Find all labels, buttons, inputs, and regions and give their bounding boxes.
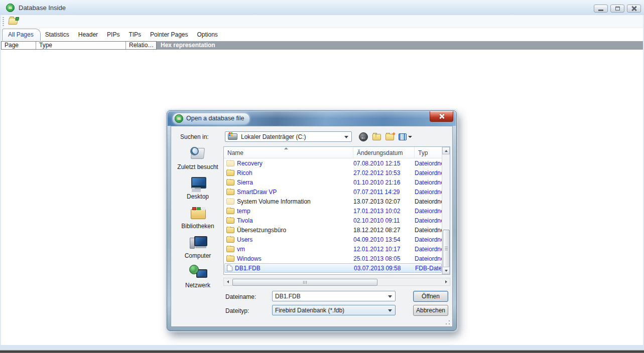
place-label: Zuletzt besucht [177, 163, 218, 170]
file-type: Dateiordner [415, 198, 442, 205]
scroll-up-button[interactable] [442, 147, 450, 154]
file-row-smartdraw-vp[interactable]: SmartDraw VP07.07.2011 14:29Dateiordner [224, 187, 442, 197]
dialog-close-icon [439, 114, 444, 119]
grid-column-relatio[interactable]: Relatio… [126, 42, 156, 49]
dialog-close-button[interactable] [430, 111, 453, 122]
file-date: 13.07.2013 02:07 [353, 198, 415, 205]
scroll-right-button[interactable] [442, 278, 450, 285]
file-date: 07.07.2011 14:29 [353, 189, 415, 196]
hex-representation-header: Hex representation [157, 41, 643, 50]
file-name-cell: Ricoh [224, 169, 353, 176]
file-row-tivola[interactable]: Tivola02.10.2010 09:11Dateiordner [224, 216, 442, 225]
place-bibliotheken[interactable]: Bibliotheken [173, 204, 222, 233]
local-disk-icon [228, 133, 237, 140]
close-button[interactable] [627, 5, 641, 13]
horizontal-scroll-thumb[interactable] [232, 279, 377, 286]
grid-column-page[interactable]: Page [2, 42, 36, 49]
file-row-ricoh[interactable]: Ricoh27.02.2012 10:53Dateiordner [224, 168, 442, 178]
vertical-scrollbar[interactable] [442, 147, 450, 274]
file-row-sierra[interactable]: Sierra01.10.2010 21:16Dateiordner [224, 178, 442, 187]
vertical-scroll-thumb[interactable] [443, 230, 450, 268]
minimize-button[interactable] [594, 5, 608, 13]
file-row-recovery[interactable]: Recovery07.08.2010 12:15Dateiordner [224, 158, 442, 168]
file-date: 02.10.2010 09:11 [353, 217, 415, 224]
up-one-level-button[interactable]: ↑ [371, 132, 382, 142]
chevron-down-icon [408, 136, 412, 138]
tab-options[interactable]: Options [192, 29, 222, 41]
open-database-button[interactable] [8, 17, 19, 27]
grid-column-type[interactable]: Type [36, 42, 126, 49]
resize-grip[interactable] [445, 320, 450, 325]
file-row-users[interactable]: Users04.09.2010 13:54Dateiordner [224, 235, 442, 244]
cancel-button[interactable]: Abbrechen [413, 305, 448, 316]
file-row-vm[interactable]: vm12.01.2012 10:17Dateiordner [224, 244, 442, 254]
toolbar-grip[interactable] [3, 17, 4, 26]
column-header-name[interactable]: Name [224, 147, 353, 158]
computer-icon [189, 235, 206, 250]
place-zuletzt-besucht[interactable]: Zuletzt besucht [173, 144, 222, 174]
open-file-dialog: IB Open a database file Suchen in: Lokal… [167, 110, 457, 331]
filetype-combobox[interactable]: Firebird Datenbank (*.fdb) [272, 305, 396, 315]
place-desktop[interactable]: Desktop [173, 174, 222, 204]
chevron-down-icon [388, 309, 392, 312]
file-type: Dateiordner [415, 179, 442, 186]
maximize-button[interactable] [610, 5, 624, 13]
maximize-icon [615, 7, 620, 11]
tab-pips[interactable]: PIPs [102, 29, 124, 41]
file-name-cell: SmartDraw VP [224, 189, 353, 196]
look-in-combobox[interactable]: Lokaler Datenträger (C:) [225, 131, 352, 142]
tab-all-pages[interactable]: All Pages [2, 29, 41, 41]
folder-icon [226, 189, 234, 195]
file-row-db1-fdb[interactable]: DB1.FDB03.07.2013 09:58FDB-Datei [224, 263, 442, 273]
file-type: Dateiordner [415, 227, 442, 234]
file-row-system-volume-information[interactable]: System Volume Information13.07.2013 02:0… [224, 197, 442, 206]
folder-icon [226, 160, 234, 166]
view-menu-button[interactable] [397, 132, 413, 142]
horizontal-scrollbar[interactable] [223, 278, 450, 286]
new-folder-button[interactable]: * [384, 132, 395, 142]
file-name-cell: Übersetzungsbüro [224, 227, 353, 234]
file-name: temp [237, 208, 250, 215]
dialog-icon: IB [175, 114, 183, 123]
app-icon: IB [6, 4, 15, 12]
file-date: 03.07.2013 09:58 [354, 265, 415, 272]
file-name-cell: Recovery [224, 160, 353, 167]
scroll-down-button[interactable] [442, 267, 450, 274]
column-header-änderungsdatum[interactable]: Änderungsdatum [353, 147, 415, 158]
places-bar: Zuletzt besuchtDesktopBibliothekenComput… [173, 144, 222, 292]
filename-label: Dateiname: [225, 293, 256, 300]
column-header-typ[interactable]: Typ [415, 147, 442, 158]
place-netzwerk[interactable]: Netzwerk [173, 263, 222, 292]
folder-icon [226, 170, 234, 176]
file-type: Dateiordner [415, 236, 442, 243]
file-type: Dateiordner [415, 189, 442, 196]
filetype-value: Firebird Datenbank (*.fdb) [275, 307, 344, 314]
place-label: Desktop [187, 193, 209, 200]
folder-icon [226, 180, 234, 186]
open-button[interactable]: Öffnen [413, 291, 448, 302]
dialog-titlebar[interactable]: IB Open a database file [168, 111, 456, 126]
file-type: Dateiordner [415, 217, 442, 224]
file-name: DB1.FDB [235, 265, 261, 272]
back-button[interactable]: ← [358, 132, 369, 142]
filename-combobox[interactable]: DB1.FDB [272, 291, 396, 301]
file-date: 17.01.2013 10:02 [353, 208, 415, 215]
window-border-left [0, 15, 1, 345]
place-computer[interactable]: Computer [173, 233, 222, 263]
tab-statistics[interactable]: Statistics [41, 29, 74, 41]
file-name-cell: System Volume Information [224, 198, 353, 205]
look-in-value: Lokaler Datenträger (C:) [241, 133, 306, 140]
file-row-windows[interactable]: Windows25.01.2013 08:05Dateiordner [224, 254, 442, 263]
tab-header[interactable]: Header [74, 29, 102, 41]
arrow-right-icon [445, 280, 447, 283]
app-title: Database Inside [19, 4, 66, 12]
file-name-cell: Users [224, 236, 353, 243]
file-name: System Volume Information [237, 198, 311, 205]
file-row-temp[interactable]: temp17.01.2013 10:02Dateiordner [224, 206, 442, 216]
file-row-übersetzungsbüro[interactable]: Übersetzungsbüro18.12.2012 08:27Dateiord… [224, 225, 442, 235]
scroll-left-button[interactable] [224, 278, 231, 285]
tab-tips[interactable]: TIPs [124, 29, 146, 41]
dialog-title-capsule: IB Open a database file [173, 113, 249, 124]
tab-pointer-pages[interactable]: Pointer Pages [146, 29, 192, 41]
file-name-cell: Tivola [224, 217, 353, 224]
